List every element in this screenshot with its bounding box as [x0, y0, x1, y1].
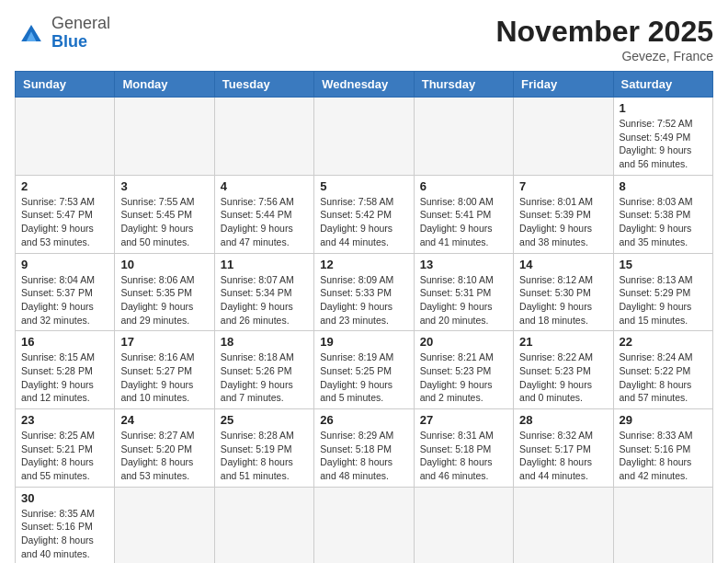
day-number: 22 [620, 335, 707, 349]
weekday-header-thursday: Thursday [414, 72, 513, 98]
calendar-cell [115, 487, 214, 563]
day-number: 3 [120, 179, 208, 193]
calendar-cell: 12Sunrise: 8:09 AM Sunset: 5:33 PM Dayli… [314, 253, 414, 331]
day-info: Sunrise: 8:12 AM Sunset: 5:30 PM Dayligh… [519, 273, 607, 327]
day-number: 28 [519, 413, 607, 427]
day-number: 11 [221, 258, 308, 271]
calendar-cell [414, 487, 513, 563]
day-info: Sunrise: 8:27 AM Sunset: 5:20 PM Dayligh… [120, 429, 208, 483]
calendar-cell: 24Sunrise: 8:27 AM Sunset: 5:20 PM Dayli… [115, 409, 214, 488]
calendar-cell: 16Sunrise: 8:15 AM Sunset: 5:28 PM Dayli… [16, 331, 115, 409]
day-number: 23 [21, 413, 108, 427]
day-info: Sunrise: 8:21 AM Sunset: 5:23 PM Dayligh… [420, 350, 507, 405]
calendar-cell: 2Sunrise: 7:53 AM Sunset: 5:47 PM Daylig… [16, 175, 115, 253]
day-number: 20 [420, 335, 507, 349]
calendar-cell: 11Sunrise: 8:07 AM Sunset: 5:34 PM Dayli… [214, 253, 313, 331]
calendar-cell: 25Sunrise: 8:28 AM Sunset: 5:19 PM Dayli… [214, 409, 313, 488]
calendar-cell [115, 98, 214, 176]
calendar-cell: 4Sunrise: 7:56 AM Sunset: 5:44 PM Daylig… [214, 175, 313, 253]
day-info: Sunrise: 8:10 AM Sunset: 5:31 PM Dayligh… [420, 273, 507, 327]
day-info: Sunrise: 8:01 AM Sunset: 5:39 PM Dayligh… [519, 195, 607, 249]
day-info: Sunrise: 8:35 AM Sunset: 5:16 PM Dayligh… [21, 507, 108, 561]
logo-icon [15, 17, 48, 50]
calendar-cell: 26Sunrise: 8:29 AM Sunset: 5:18 PM Dayli… [314, 409, 414, 488]
day-info: Sunrise: 8:04 AM Sunset: 5:37 PM Dayligh… [21, 273, 108, 327]
day-number: 10 [120, 258, 208, 271]
calendar-cell: 22Sunrise: 8:24 AM Sunset: 5:22 PM Dayli… [613, 331, 712, 409]
title-area: November 2025 Geveze, France [495, 15, 713, 63]
calendar-cell [214, 98, 313, 176]
calendar-cell: 1Sunrise: 7:52 AM Sunset: 5:49 PM Daylig… [613, 98, 712, 176]
day-info: Sunrise: 8:00 AM Sunset: 5:41 PM Dayligh… [420, 195, 507, 249]
calendar-week-5: 23Sunrise: 8:25 AM Sunset: 5:21 PM Dayli… [16, 409, 713, 488]
calendar: SundayMondayTuesdayWednesdayThursdayFrid… [15, 71, 713, 563]
logo: General Blue [15, 15, 110, 52]
weekday-header-wednesday: Wednesday [314, 72, 414, 98]
day-number: 16 [21, 335, 108, 349]
day-number: 12 [320, 258, 407, 271]
weekday-header-tuesday: Tuesday [214, 72, 313, 98]
day-number: 9 [21, 258, 108, 271]
day-info: Sunrise: 8:31 AM Sunset: 5:18 PM Dayligh… [420, 429, 507, 483]
location: Geveze, France [495, 49, 713, 63]
day-info: Sunrise: 8:28 AM Sunset: 5:19 PM Dayligh… [221, 429, 308, 483]
calendar-week-3: 9Sunrise: 8:04 AM Sunset: 5:37 PM Daylig… [16, 253, 713, 331]
calendar-cell [414, 98, 513, 176]
day-number: 8 [620, 179, 707, 193]
logo-blue: Blue [51, 32, 87, 51]
calendar-week-4: 16Sunrise: 8:15 AM Sunset: 5:28 PM Dayli… [16, 331, 713, 409]
day-number: 7 [519, 179, 607, 193]
weekday-header-friday: Friday [514, 72, 613, 98]
day-info: Sunrise: 8:24 AM Sunset: 5:22 PM Dayligh… [620, 350, 707, 405]
calendar-cell [514, 98, 613, 176]
calendar-cell: 6Sunrise: 8:00 AM Sunset: 5:41 PM Daylig… [414, 175, 513, 253]
calendar-cell [314, 487, 414, 563]
day-info: Sunrise: 8:32 AM Sunset: 5:17 PM Dayligh… [519, 429, 607, 483]
calendar-cell [314, 98, 414, 176]
day-info: Sunrise: 7:56 AM Sunset: 5:44 PM Dayligh… [221, 195, 308, 249]
calendar-week-2: 2Sunrise: 7:53 AM Sunset: 5:47 PM Daylig… [16, 175, 713, 253]
day-info: Sunrise: 7:52 AM Sunset: 5:49 PM Dayligh… [620, 117, 707, 171]
day-info: Sunrise: 8:07 AM Sunset: 5:34 PM Dayligh… [221, 273, 308, 327]
calendar-cell: 27Sunrise: 8:31 AM Sunset: 5:18 PM Dayli… [414, 409, 513, 488]
calendar-cell: 18Sunrise: 8:18 AM Sunset: 5:26 PM Dayli… [214, 331, 313, 409]
calendar-cell: 7Sunrise: 8:01 AM Sunset: 5:39 PM Daylig… [514, 175, 613, 253]
day-info: Sunrise: 8:13 AM Sunset: 5:29 PM Dayligh… [620, 273, 707, 327]
calendar-week-6: 30Sunrise: 8:35 AM Sunset: 5:16 PM Dayli… [16, 487, 713, 563]
logo-text: General Blue [51, 15, 110, 52]
day-info: Sunrise: 8:29 AM Sunset: 5:18 PM Dayligh… [320, 429, 407, 483]
day-number: 26 [320, 413, 407, 427]
calendar-cell: 14Sunrise: 8:12 AM Sunset: 5:30 PM Dayli… [514, 253, 613, 331]
calendar-cell: 21Sunrise: 8:22 AM Sunset: 5:23 PM Dayli… [514, 331, 613, 409]
calendar-body: 1Sunrise: 7:52 AM Sunset: 5:49 PM Daylig… [16, 98, 713, 564]
calendar-cell: 15Sunrise: 8:13 AM Sunset: 5:29 PM Dayli… [613, 253, 712, 331]
day-number: 30 [21, 491, 108, 505]
calendar-cell [613, 487, 712, 563]
calendar-cell: 8Sunrise: 8:03 AM Sunset: 5:38 PM Daylig… [613, 175, 712, 253]
calendar-cell [214, 487, 313, 563]
day-number: 2 [21, 179, 108, 193]
header: General Blue November 2025 Geveze, Franc… [15, 15, 713, 63]
day-info: Sunrise: 8:06 AM Sunset: 5:35 PM Dayligh… [120, 273, 208, 327]
calendar-cell [514, 487, 613, 563]
weekday-header-monday: Monday [115, 72, 214, 98]
day-number: 29 [620, 413, 707, 427]
day-number: 1 [620, 101, 707, 115]
day-number: 18 [221, 335, 308, 349]
day-number: 4 [221, 179, 308, 193]
day-info: Sunrise: 8:09 AM Sunset: 5:33 PM Dayligh… [320, 273, 407, 327]
calendar-cell: 9Sunrise: 8:04 AM Sunset: 5:37 PM Daylig… [16, 253, 115, 331]
day-number: 6 [420, 179, 507, 193]
day-info: Sunrise: 8:22 AM Sunset: 5:23 PM Dayligh… [519, 350, 607, 405]
calendar-header: SundayMondayTuesdayWednesdayThursdayFrid… [16, 72, 713, 98]
calendar-cell: 3Sunrise: 7:55 AM Sunset: 5:45 PM Daylig… [115, 175, 214, 253]
calendar-cell: 5Sunrise: 7:58 AM Sunset: 5:42 PM Daylig… [314, 175, 414, 253]
day-info: Sunrise: 7:53 AM Sunset: 5:47 PM Dayligh… [21, 195, 108, 249]
weekday-header-sunday: Sunday [16, 72, 115, 98]
day-number: 15 [620, 258, 707, 271]
day-number: 27 [420, 413, 507, 427]
calendar-cell: 23Sunrise: 8:25 AM Sunset: 5:21 PM Dayli… [16, 409, 115, 488]
day-info: Sunrise: 7:55 AM Sunset: 5:45 PM Dayligh… [120, 195, 208, 249]
calendar-week-1: 1Sunrise: 7:52 AM Sunset: 5:49 PM Daylig… [16, 98, 713, 176]
logo-general: General [51, 14, 110, 32]
